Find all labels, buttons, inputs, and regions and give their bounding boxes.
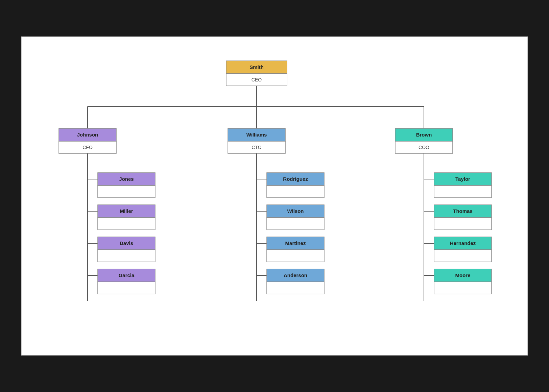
garcia-name: Garcia [119,272,135,278]
ceo-name: Smith [249,64,264,70]
hernandez-body-rect [434,250,492,262]
cto-name: Williams [246,132,267,138]
cfo-title: CFO [82,145,93,150]
rodriguez-body-rect [267,186,324,198]
miller-name: Miller [120,208,133,214]
taylor-name: Taylor [455,176,470,182]
moore-body-rect [434,282,492,294]
davis-name: Davis [120,240,133,246]
jones-body-rect [98,186,155,198]
jones-name: Jones [119,176,134,182]
coo-name: Brown [416,132,432,138]
davis-body-rect [98,250,155,262]
hernandez-name: Hernandez [450,240,476,246]
taylor-body-rect [434,186,492,198]
wilson-body-rect [267,218,324,230]
garcia-body-rect [98,282,155,294]
moore-name: Moore [455,272,471,278]
thomas-name: Thomas [453,208,473,214]
rodriguez-name: Rodriguez [283,176,308,182]
anderson-name: Anderson [284,272,307,278]
cto-title: CTO [252,145,261,150]
ceo-title: CEO [252,77,262,82]
thomas-body-rect [434,218,492,230]
coo-title: COO [419,145,429,150]
org-chart-container: .node-rect { stroke: #888; stroke-width:… [21,36,528,356]
wilson-name: Wilson [287,208,304,214]
miller-body-rect [98,218,155,230]
martinez-body-rect [267,250,324,262]
martinez-name: Martinez [285,240,306,246]
anderson-body-rect [267,282,324,294]
org-chart-svg: .node-rect { stroke: #888; stroke-width:… [32,51,517,341]
cfo-name: Johnson [77,132,98,138]
